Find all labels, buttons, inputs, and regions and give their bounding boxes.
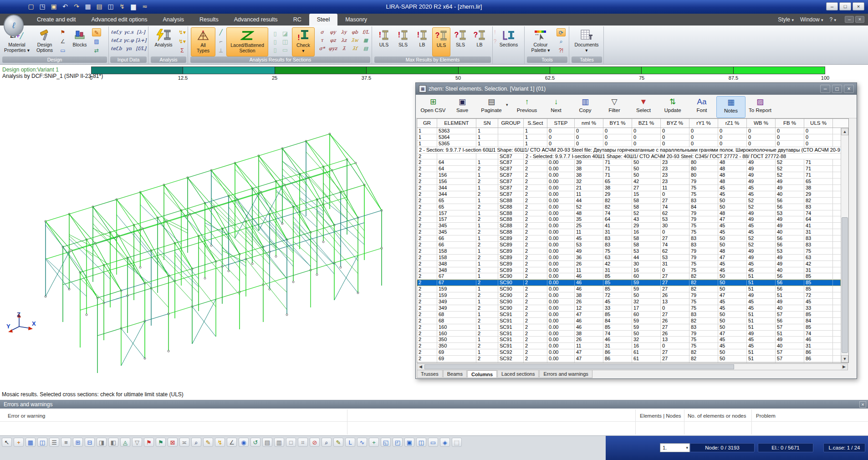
hatch-icon[interactable]: ⌗ <box>298 438 308 447</box>
triangle-icon[interactable]: ◬ <box>120 438 130 447</box>
scroll-up-icon[interactable]: ▲ <box>841 128 848 135</box>
column-header-ry1[interactable]: rY1 % <box>689 119 718 128</box>
table-row[interactable]: 23482SC8920.0011311607545454031 <box>417 267 841 274</box>
target-icon[interactable]: ◉ <box>239 438 249 447</box>
column-header-element[interactable]: ELEMENT <box>437 119 476 128</box>
filter-button[interactable]: ▽Filter <box>600 96 629 118</box>
input-symbol-λ[interactable]: [λ+] <box>135 37 147 46</box>
laced-battened-section-button[interactable]: Laced/Battened Section <box>226 27 268 56</box>
section-type-icon-1[interactable]: ◪ <box>280 30 290 38</box>
measure-icon[interactable]: ≍ <box>179 438 189 447</box>
check-symbol-1[interactable]: φy <box>327 29 338 37</box>
table-row[interactable]: 21571SC8820.00487452627948495374 <box>417 210 841 217</box>
element-uls-button[interactable]: ?ULS <box>432 27 450 56</box>
rod-icon[interactable]: ╱ <box>216 28 225 36</box>
table-row[interactable]: 2672SC9020.00468559278250515685 <box>417 280 841 286</box>
node-count-field[interactable]: Node: 0 / 3193 <box>690 443 755 452</box>
query-icon[interactable]: ?! <box>557 46 566 55</box>
input-symbol-ℓefz[interactable]: ℓef,z <box>110 37 123 46</box>
table-row[interactable]: 23442SC8720.0011291507545454029 <box>417 191 841 198</box>
table-row[interactable]: 23492SC9020.0012331707545454033 <box>417 305 841 312</box>
scroll-down-icon[interactable]: ▼ <box>841 355 848 363</box>
column-header-gr[interactable]: GR <box>417 119 437 128</box>
pencil2-icon[interactable]: ✎ <box>333 438 343 447</box>
menu-window[interactable]: Window ▾ <box>800 14 823 26</box>
window-minimize-button[interactable]: ‒ <box>820 85 830 93</box>
loads-icon[interactable]: ↯ <box>215 438 225 447</box>
errors-panel-header[interactable]: Errors and warnings × <box>0 400 868 409</box>
table-row[interactable]: 2681SC9120.00478560278350515785 <box>417 312 841 318</box>
table-selected-section-row[interactable]: 2SC872 - Selected: 9.9.7.7 I-section 40Ш… <box>417 153 841 160</box>
column-header-group[interactable]: GROUP <box>498 119 524 128</box>
table-row[interactable]: 2642SC8720.00387150238048495271 <box>417 166 841 172</box>
angle-icon[interactable]: ∠ <box>227 438 237 447</box>
input-symbol-γc[interactable]: γc.φ <box>123 37 135 46</box>
grid-icon[interactable]: ▦ <box>26 438 36 447</box>
column-header-nml[interactable]: nml % <box>575 119 603 128</box>
element-sls-button[interactable]: ?SLS <box>451 27 470 56</box>
column-header-step[interactable]: STEP <box>547 119 575 128</box>
table-row[interactable]: 23451SC8820.00254129307545454941 <box>417 223 841 229</box>
steel-window-titlebar[interactable]: ▦ zhern: Steel elements. Selection. [Var… <box>416 83 857 95</box>
hatch-members-icon[interactable]: ▨ <box>92 37 101 46</box>
table-row[interactable]: 21592SC9020.00387250267947495172 <box>417 292 841 299</box>
input-symbol-ℓefb[interactable]: ℓef,b <box>110 46 123 54</box>
vertical-scroll-thumb[interactable] <box>842 217 848 353</box>
section-lb-button[interactable]: !LB <box>413 27 431 56</box>
window-tab-trusses[interactable]: Trusses <box>417 370 443 378</box>
local-axes-icon[interactable]: L <box>345 438 355 447</box>
tab-advanced-edit-options[interactable]: Advanced edit options <box>83 14 155 26</box>
table-section-row[interactable]: 2 - Section: 9.9.7.7 I-section 60Ш1 Shap… <box>417 147 841 153</box>
half-view-icon[interactable]: ◨ <box>97 438 107 447</box>
table-row[interactable]: 21601SC9120.00468559278350515785 <box>417 324 841 331</box>
table-row[interactable]: 2652SC8820.00528258748450525683 <box>417 204 841 210</box>
refresh-icon[interactable]: ↺ <box>250 438 260 447</box>
layers-icon[interactable]: ≡ <box>61 438 71 447</box>
to-report-button[interactable]: ▨To Report <box>745 96 775 118</box>
check-button[interactable]: !Check ▾ <box>292 27 315 56</box>
joint-angle-icon[interactable]: ∠ <box>58 37 67 46</box>
input-symbol-ℓefy[interactable]: ℓef,y <box>110 29 123 37</box>
plus-green-icon[interactable]: + <box>369 438 379 447</box>
next-button[interactable]: ↓Next <box>541 96 571 118</box>
scroll-right-icon[interactable]: ▶ <box>841 364 848 370</box>
hide-icon[interactable]: ⊘ <box>310 438 320 447</box>
column-header-fb[interactable]: FB % <box>776 119 804 128</box>
check-symbol-6[interactable]: φz <box>327 37 338 46</box>
section-uls-button[interactable]: !ULS <box>375 27 393 56</box>
open-csv-button[interactable]: ⊞Open CSV <box>419 96 448 118</box>
window-wide-icon[interactable]: ▭ <box>428 438 438 447</box>
window-tab-laced-sections[interactable]: Laced sections <box>497 370 539 378</box>
input-symbol-γn[interactable]: γn <box>123 46 135 54</box>
check-symbol-5[interactable]: τ <box>317 37 327 46</box>
window-close-button[interactable]: × <box>844 85 854 93</box>
table-row[interactable]: 21581SC8920.00497553627948495375 <box>417 248 841 255</box>
column-header-uls[interactable]: ULS % <box>804 119 833 128</box>
table-row[interactable]: 2691SC9220.00478661278250515786 <box>417 349 841 356</box>
window-tab-errors-and-warnings[interactable]: Errors and warnings <box>539 370 592 378</box>
table-row[interactable]: 21572SC8820.00356443537947494964 <box>417 216 841 223</box>
pan-view-icon[interactable]: ◧ <box>108 438 118 447</box>
list-icon[interactable]: ☰ <box>49 438 59 447</box>
table-row[interactable]: 23452SC8820.0011311607545454031 <box>417 229 841 235</box>
table-row[interactable]: 15363110000000000 <box>417 128 841 134</box>
box-icon[interactable]: □ <box>286 438 296 447</box>
column-header-ssect[interactable]: S.Sect <box>524 119 547 128</box>
window-cascade-icon[interactable]: ◱ <box>381 438 391 447</box>
element-count-field[interactable]: El.: 0 / 5671 <box>758 443 813 452</box>
column-header-wb[interactable]: WB % <box>747 119 776 128</box>
fragment-icon[interactable]: ◫ <box>37 438 47 447</box>
column-header-by1[interactable]: BY1 % <box>603 119 632 128</box>
column-header-sn[interactable]: SN <box>476 119 498 128</box>
design-options-button[interactable]: Design Options <box>32 27 57 56</box>
table-row[interactable]: 15365110000000000 <box>417 141 841 147</box>
input-symbol-λ[interactable]: [λ-] <box>135 29 147 37</box>
check-symbol-12[interactable]: λ̄ <box>338 46 349 54</box>
check-symbol-3[interactable]: φb <box>349 29 360 37</box>
table-row[interactable]: 2692SC9220.00478661278250515786 <box>417 356 841 362</box>
menu-help[interactable]: ? ▾ <box>829 14 836 26</box>
rotate-view-icon[interactable]: ⟳ <box>557 28 566 36</box>
zoom-rotate-icon[interactable]: ⌕ <box>557 37 566 46</box>
column-header-rz1[interactable]: rZ1 % <box>718 119 747 128</box>
window-split-icon[interactable]: ◫ <box>416 438 426 447</box>
